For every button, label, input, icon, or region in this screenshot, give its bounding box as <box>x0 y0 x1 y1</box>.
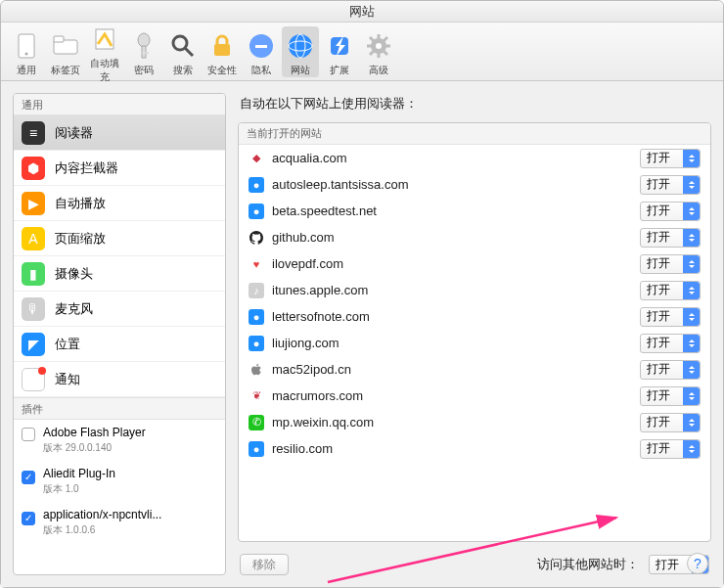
plugin-checkbox[interactable]: ✓ <box>22 469 35 482</box>
main-heading: 自动在以下网站上使用阅读器： <box>238 93 711 113</box>
plugin-checkbox[interactable] <box>22 428 35 441</box>
site-action-select[interactable]: 打开 <box>640 149 701 168</box>
site-row[interactable]: mac52ipod.cn打开 <box>239 356 710 383</box>
site-action-select[interactable]: 打开 <box>640 281 701 300</box>
site-action-select[interactable]: 打开 <box>640 386 701 406</box>
site-action-select[interactable]: 打开 <box>640 307 701 327</box>
sidebar-item-label: 页面缩放 <box>55 230 106 248</box>
site-domain: macrumors.com <box>272 388 632 403</box>
site-domain: mac52ipod.cn <box>272 362 632 377</box>
toolbar-passwords[interactable]: 密码 <box>125 26 162 77</box>
chevron-updown-icon <box>683 308 700 326</box>
site-action-select[interactable]: 打开 <box>640 175 701 195</box>
svg-point-8 <box>173 36 187 50</box>
sidebar-item-label: 通知 <box>55 371 80 388</box>
site-domain: lettersofnote.com <box>272 309 632 324</box>
favicon: ❦ <box>249 388 264 404</box>
chevron-updown-icon <box>683 203 700 220</box>
toolbar-websites[interactable]: 网站 <box>282 26 319 77</box>
sidebar-item-reader[interactable]: ≡阅读器 <box>14 115 225 151</box>
help-button[interactable]: ? <box>687 553 708 574</box>
plugin-item[interactable]: Adobe Flash Player版本 29.0.0.140 <box>14 420 225 461</box>
toolbar-search[interactable]: 搜索 <box>164 26 202 77</box>
other-sites-label: 访问其他网站时： <box>537 556 639 573</box>
sidebar-item-camera[interactable]: ▮摄像头 <box>14 256 225 292</box>
favicon: ● <box>249 309 264 325</box>
site-action-select[interactable]: 打开 <box>640 334 701 353</box>
general-icon <box>11 30 42 62</box>
site-row[interactable]: ●lettersofnote.com打开 <box>239 303 710 330</box>
remove-button[interactable]: 移除 <box>240 554 289 575</box>
chevron-updown-icon <box>683 150 700 167</box>
notifications-icon <box>22 368 45 391</box>
toolbar-label: 网站 <box>282 64 319 77</box>
site-row[interactable]: ◆acqualia.com打开 <box>239 145 710 171</box>
favicon: ♪ <box>249 283 264 298</box>
toolbar-extensions[interactable]: 扩展 <box>321 26 358 77</box>
site-row[interactable]: ●resilio.com打开 <box>239 435 710 462</box>
sidebar-item-label: 摄像头 <box>55 265 93 283</box>
site-row[interactable]: ●liujiong.com打开 <box>239 330 710 356</box>
toolbar-advanced[interactable]: 高级 <box>360 26 397 77</box>
plugin-item[interactable]: ✓application/x-npcntvli...版本 1.0.0.6 <box>14 502 225 543</box>
site-row[interactable]: ♪itunes.apple.com打开 <box>239 277 710 303</box>
chevron-updown-icon <box>683 361 700 379</box>
open-sites-header: 当前打开的网站 <box>239 123 710 145</box>
svg-point-1 <box>25 52 28 55</box>
site-row[interactable]: ●beta.speedtest.net打开 <box>239 198 710 224</box>
site-action-select[interactable]: 打开 <box>640 413 701 432</box>
sidebar-item-location[interactable]: ◤位置 <box>14 327 225 362</box>
sites-list: ◆acqualia.com打开●autosleep.tantsissa.com打… <box>239 145 710 541</box>
sidebar-item-notifications[interactable]: 通知 <box>14 362 225 397</box>
sidebar-item-content-blocker[interactable]: ⬢内容拦截器 <box>14 151 225 186</box>
toolbar-autofill[interactable]: 自动填充 <box>86 20 123 84</box>
sidebar-general-header: 通用 <box>14 94 225 115</box>
site-action-select[interactable]: 打开 <box>640 202 701 221</box>
site-row[interactable]: ●autosleep.tantsissa.com打开 <box>239 171 710 198</box>
svg-line-9 <box>185 48 193 56</box>
toolbar: 通用标签页自动填充密码搜索安全性隐私网站扩展高级 <box>1 23 723 81</box>
content-blocker-icon: ⬢ <box>22 157 45 180</box>
sidebar-item-label: 内容拦截器 <box>55 159 118 177</box>
toolbar-security[interactable]: 安全性 <box>204 26 241 77</box>
chevron-updown-icon <box>683 335 700 352</box>
svg-point-22 <box>376 43 382 49</box>
site-row[interactable]: ✆mp.weixin.qq.com打开 <box>239 409 710 435</box>
sidebar-item-page-zoom[interactable]: A页面缩放 <box>14 221 225 256</box>
websites-icon <box>285 30 316 62</box>
favicon <box>249 362 264 378</box>
toolbar-label: 搜索 <box>164 64 202 77</box>
sidebar-item-autoplay[interactable]: ▶自动播放 <box>14 186 225 221</box>
favicon: ● <box>249 177 264 193</box>
site-row[interactable]: github.com打开 <box>239 224 710 250</box>
sidebar-item-microphone[interactable]: 🎙麦克风 <box>14 292 225 327</box>
site-action-select[interactable]: 打开 <box>640 360 701 380</box>
advanced-icon <box>363 30 394 62</box>
tabs-icon <box>50 30 81 62</box>
chevron-updown-icon <box>683 282 700 299</box>
svg-point-5 <box>138 33 150 47</box>
sidebar-plugins-header: 插件 <box>14 397 225 420</box>
site-row[interactable]: ♥ilovepdf.com打开 <box>239 250 710 277</box>
sidebar-item-label: 位置 <box>55 336 80 353</box>
site-domain: beta.speedtest.net <box>272 204 632 218</box>
site-row[interactable]: ❦macrumors.com打开 <box>239 383 710 409</box>
plugin-version: 版本 1.0.0.6 <box>43 522 161 537</box>
toolbar-tabs[interactable]: 标签页 <box>47 26 84 77</box>
site-action-select[interactable]: 打开 <box>640 254 701 274</box>
page-zoom-icon: A <box>22 227 45 250</box>
svg-point-13 <box>289 34 312 58</box>
toolbar-general[interactable]: 通用 <box>8 26 45 77</box>
sidebar-item-label: 自动播放 <box>55 195 106 212</box>
site-action-select[interactable]: 打开 <box>640 228 701 248</box>
sidebar: 通用≡阅读器⬢内容拦截器▶自动播放A页面缩放▮摄像头🎙麦克风◤位置通知插件Ado… <box>13 93 226 575</box>
site-domain: liujiong.com <box>272 336 632 350</box>
plugin-item[interactable]: ✓Aliedit Plug-In版本 1.0 <box>14 461 225 502</box>
site-domain: ilovepdf.com <box>272 256 632 271</box>
toolbar-privacy[interactable]: 隐私 <box>243 26 280 77</box>
site-action-select[interactable]: 打开 <box>640 439 701 459</box>
site-domain: autosleep.tantsissa.com <box>272 177 632 192</box>
plugin-checkbox[interactable]: ✓ <box>22 510 35 523</box>
autoplay-icon: ▶ <box>22 192 45 215</box>
site-domain: itunes.apple.com <box>272 283 632 297</box>
